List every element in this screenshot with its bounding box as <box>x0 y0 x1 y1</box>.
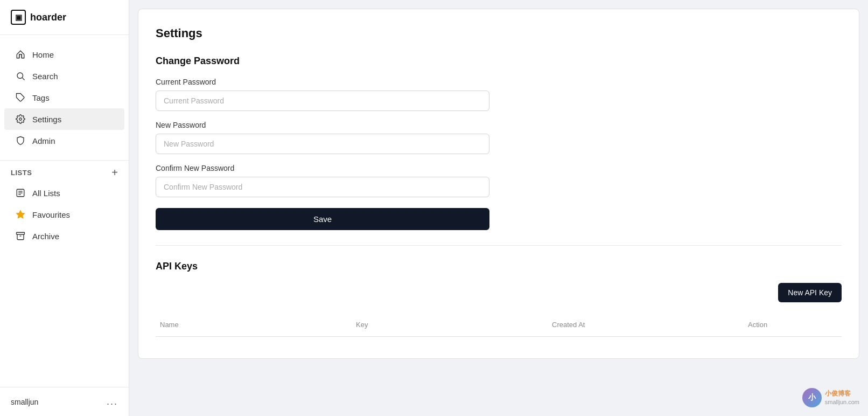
col-header-action: Action <box>744 318 842 331</box>
logo-area: ▣ hoarder <box>0 0 129 35</box>
sidebar: ▣ hoarder Home Search <box>0 0 129 416</box>
home-icon <box>15 49 26 60</box>
confirm-password-input[interactable] <box>156 177 489 197</box>
sidebar-item-all-lists[interactable]: All Lists <box>4 182 124 204</box>
sidebar-item-label-favourites: Favourites <box>32 210 70 219</box>
sidebar-item-label-all-lists: All Lists <box>32 189 60 198</box>
watermark-text: 小俊博客 smalljun.com <box>825 390 859 406</box>
sidebar-item-label-admin: Admin <box>32 136 55 145</box>
new-password-label: New Password <box>156 121 842 129</box>
sidebar-item-archive[interactable]: Archive <box>4 225 124 247</box>
section-divider <box>156 245 842 246</box>
star-icon <box>15 209 26 220</box>
save-button[interactable]: Save <box>156 208 489 230</box>
change-password-section: Change Password Current Password New Pas… <box>156 56 842 230</box>
svg-line-1 <box>22 78 24 80</box>
tags-icon <box>15 92 26 103</box>
main-nav: Home Search Tags <box>0 35 129 161</box>
col-header-name: Name <box>156 318 352 331</box>
new-password-group: New Password <box>156 121 842 154</box>
sidebar-item-label-tags: Tags <box>32 93 50 102</box>
sidebar-item-label-settings: Settings <box>32 115 61 124</box>
current-password-input[interactable] <box>156 91 489 111</box>
watermark-logo-icon: 小 <box>802 388 822 407</box>
search-icon <box>15 71 26 81</box>
svg-point-3 <box>19 118 22 121</box>
list-icon <box>15 188 26 198</box>
sidebar-item-favourites[interactable]: Favourites <box>4 204 124 225</box>
settings-icon <box>15 114 26 124</box>
sidebar-item-home[interactable]: Home <box>4 44 124 65</box>
current-password-group: Current Password <box>156 78 842 111</box>
more-options-button[interactable]: ... <box>107 396 118 407</box>
svg-rect-9 <box>17 232 25 234</box>
api-keys-title: API Keys <box>156 261 842 272</box>
sidebar-item-label-archive: Archive <box>32 232 59 241</box>
new-password-input[interactable] <box>156 134 489 154</box>
app-logo-icon: ▣ <box>11 10 26 25</box>
api-keys-section: API Keys New API Key Name Key Created At… <box>156 261 842 337</box>
current-password-label: Current Password <box>156 78 842 86</box>
sidebar-item-label-home: Home <box>32 50 54 59</box>
watermark-line1: 小俊博客 <box>825 390 859 398</box>
page-title: Settings <box>156 26 842 40</box>
username-label: smalljun <box>11 398 38 406</box>
admin-icon <box>15 135 26 146</box>
col-header-created-at: Created At <box>548 318 744 331</box>
api-keys-table-header: Name Key Created At Action <box>156 313 842 337</box>
confirm-password-group: Confirm New Password <box>156 164 842 197</box>
watermark: 小 小俊博客 smalljun.com <box>802 388 859 407</box>
svg-point-0 <box>17 73 23 79</box>
new-api-key-button[interactable]: New API Key <box>778 283 842 302</box>
change-password-title: Change Password <box>156 56 842 67</box>
lists-header: Lists + <box>0 161 129 182</box>
api-header-row: New API Key <box>156 283 842 302</box>
col-header-key: Key <box>352 318 548 331</box>
app-name: hoarder <box>30 12 66 23</box>
sidebar-item-tags[interactable]: Tags <box>4 87 124 108</box>
watermark-line2: smalljun.com <box>825 398 859 406</box>
archive-icon <box>15 231 26 241</box>
sidebar-item-label-search: Search <box>32 72 58 81</box>
sidebar-item-search[interactable]: Search <box>4 65 124 87</box>
sidebar-item-settings[interactable]: Settings <box>4 108 124 130</box>
sidebar-item-admin[interactable]: Admin <box>4 130 124 151</box>
main-content: Settings Change Password Current Passwor… <box>129 0 868 416</box>
lists-section: Lists + All Lists Favourites <box>0 161 129 387</box>
lists-label: Lists <box>11 169 32 177</box>
add-list-button[interactable]: + <box>111 167 118 178</box>
sidebar-bottom: smalljun ... <box>0 387 129 416</box>
svg-marker-8 <box>17 211 25 218</box>
settings-card: Settings Change Password Current Passwor… <box>138 9 859 359</box>
confirm-password-label: Confirm New Password <box>156 164 842 172</box>
